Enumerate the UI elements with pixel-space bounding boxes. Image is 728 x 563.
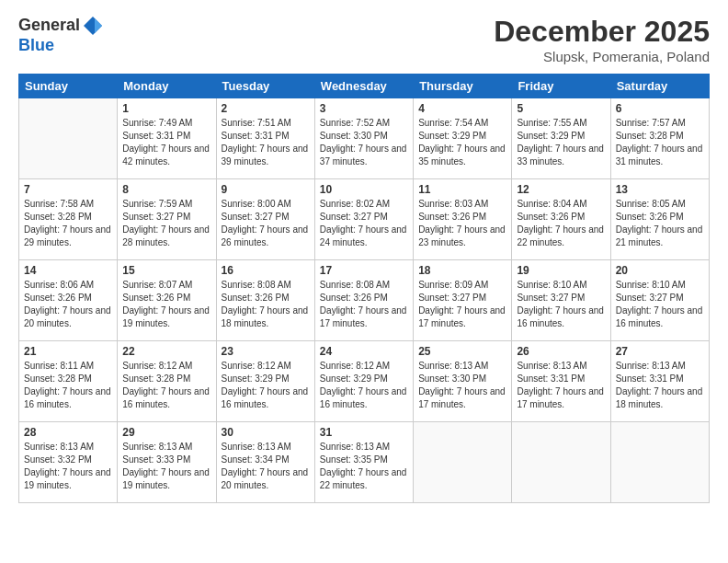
cell-info: Sunrise: 8:00 AMSunset: 3:27 PMDaylight:…: [222, 199, 309, 247]
calendar-table: SundayMondayTuesdayWednesdayThursdayFrid…: [18, 74, 710, 503]
day-number: 17: [320, 264, 408, 277]
cell-info: Sunrise: 8:13 AMSunset: 3:31 PMDaylight:…: [517, 361, 604, 409]
day-number: 15: [122, 264, 210, 277]
day-number: 13: [616, 183, 704, 196]
cell-info: Sunrise: 8:13 AMSunset: 3:35 PMDaylight:…: [320, 442, 407, 490]
svg-marker-1: [95, 18, 102, 33]
calendar-cell: 12Sunrise: 8:04 AMSunset: 3:26 PMDayligh…: [512, 179, 610, 260]
day-number: 31: [320, 426, 408, 439]
day-number: 5: [517, 102, 605, 115]
day-header-friday: Friday: [512, 75, 610, 98]
month-title: December 2025: [494, 15, 710, 49]
cell-info: Sunrise: 8:08 AMSunset: 3:26 PMDaylight:…: [320, 280, 407, 328]
calendar-cell: 14Sunrise: 8:06 AMSunset: 3:26 PMDayligh…: [19, 260, 118, 341]
cell-info: Sunrise: 8:03 AMSunset: 3:26 PMDaylight:…: [418, 199, 506, 247]
calendar-cell: [512, 422, 610, 503]
cell-info: Sunrise: 8:10 AMSunset: 3:27 PMDaylight:…: [616, 280, 703, 328]
calendar-week-5: 28Sunrise: 8:13 AMSunset: 3:32 PMDayligh…: [19, 422, 710, 503]
cell-info: Sunrise: 8:13 AMSunset: 3:32 PMDaylight:…: [24, 442, 111, 490]
calendar-cell: [414, 422, 512, 503]
calendar-cell: 11Sunrise: 8:03 AMSunset: 3:26 PMDayligh…: [414, 179, 512, 260]
cell-info: Sunrise: 7:57 AMSunset: 3:28 PMDaylight:…: [616, 118, 703, 167]
cell-info: Sunrise: 8:08 AMSunset: 3:26 PMDaylight:…: [222, 280, 309, 328]
calendar-cell: 6Sunrise: 7:57 AMSunset: 3:28 PMDaylight…: [610, 98, 709, 179]
cell-info: Sunrise: 8:05 AMSunset: 3:26 PMDaylight:…: [616, 199, 703, 247]
calendar-cell: 3Sunrise: 7:52 AMSunset: 3:30 PMDaylight…: [314, 98, 413, 179]
cell-info: Sunrise: 7:51 AMSunset: 3:31 PMDaylight:…: [222, 118, 309, 167]
day-number: 25: [418, 345, 506, 358]
calendar-cell: 26Sunrise: 8:13 AMSunset: 3:31 PMDayligh…: [512, 341, 610, 422]
calendar-cell: 19Sunrise: 8:10 AMSunset: 3:27 PMDayligh…: [512, 260, 610, 341]
cell-info: Sunrise: 7:55 AMSunset: 3:29 PMDaylight:…: [517, 118, 604, 167]
calendar-cell: 2Sunrise: 7:51 AMSunset: 3:31 PMDaylight…: [216, 98, 314, 179]
page-container: General Blue December 2025 Slupsk, Pomer…: [0, 0, 728, 563]
calendar-cell: 8Sunrise: 7:59 AMSunset: 3:27 PMDaylight…: [118, 179, 216, 260]
calendar-cell: 13Sunrise: 8:05 AMSunset: 3:26 PMDayligh…: [610, 179, 709, 260]
day-number: 9: [222, 183, 310, 196]
day-number: 18: [418, 264, 506, 277]
day-number: 6: [616, 102, 704, 115]
cell-info: Sunrise: 8:13 AMSunset: 3:30 PMDaylight:…: [418, 361, 506, 409]
calendar-cell: 9Sunrise: 8:00 AMSunset: 3:27 PMDaylight…: [216, 179, 314, 260]
calendar-cell: 1Sunrise: 7:49 AMSunset: 3:31 PMDaylight…: [118, 98, 216, 179]
calendar-cell: 7Sunrise: 7:58 AMSunset: 3:28 PMDaylight…: [19, 179, 118, 260]
calendar-cell: 30Sunrise: 8:13 AMSunset: 3:34 PMDayligh…: [216, 422, 314, 503]
calendar-cell: 18Sunrise: 8:09 AMSunset: 3:27 PMDayligh…: [414, 260, 512, 341]
logo-icon: [82, 15, 104, 37]
cell-info: Sunrise: 8:02 AMSunset: 3:27 PMDaylight:…: [320, 199, 407, 247]
calendar-cell: 5Sunrise: 7:55 AMSunset: 3:29 PMDaylight…: [512, 98, 610, 179]
cell-info: Sunrise: 8:06 AMSunset: 3:26 PMDaylight:…: [24, 280, 111, 328]
day-number: 27: [616, 345, 704, 358]
calendar-cell: 25Sunrise: 8:13 AMSunset: 3:30 PMDayligh…: [414, 341, 512, 422]
calendar-week-3: 14Sunrise: 8:06 AMSunset: 3:26 PMDayligh…: [19, 260, 710, 341]
logo-general-text: General: [18, 17, 80, 35]
cell-info: Sunrise: 8:12 AMSunset: 3:29 PMDaylight:…: [320, 361, 407, 409]
calendar-cell: [610, 422, 709, 503]
cell-info: Sunrise: 7:52 AMSunset: 3:30 PMDaylight:…: [320, 118, 407, 167]
day-number: 8: [122, 183, 210, 196]
day-number: 1: [122, 102, 210, 115]
day-header-sunday: Sunday: [19, 75, 118, 98]
calendar-cell: 10Sunrise: 8:02 AMSunset: 3:27 PMDayligh…: [314, 179, 413, 260]
day-number: 26: [517, 345, 605, 358]
calendar-cell: 20Sunrise: 8:10 AMSunset: 3:27 PMDayligh…: [610, 260, 709, 341]
location: Slupsk, Pomerania, Poland: [494, 49, 710, 64]
calendar-cell: 27Sunrise: 8:13 AMSunset: 3:31 PMDayligh…: [610, 341, 709, 422]
cell-info: Sunrise: 8:12 AMSunset: 3:28 PMDaylight:…: [122, 361, 210, 409]
cell-info: Sunrise: 7:54 AMSunset: 3:29 PMDaylight:…: [418, 118, 506, 167]
header: General Blue December 2025 Slupsk, Pomer…: [18, 15, 710, 64]
logo: General Blue: [18, 15, 104, 55]
cell-info: Sunrise: 8:07 AMSunset: 3:26 PMDaylight:…: [122, 280, 210, 328]
calendar-cell: 24Sunrise: 8:12 AMSunset: 3:29 PMDayligh…: [314, 341, 413, 422]
calendar-week-1: 1Sunrise: 7:49 AMSunset: 3:31 PMDaylight…: [19, 98, 710, 179]
calendar-week-2: 7Sunrise: 7:58 AMSunset: 3:28 PMDaylight…: [19, 179, 710, 260]
day-number: 30: [222, 426, 310, 439]
day-number: 16: [222, 264, 310, 277]
calendar-cell: 21Sunrise: 8:11 AMSunset: 3:28 PMDayligh…: [19, 341, 118, 422]
title-section: December 2025 Slupsk, Pomerania, Poland: [494, 15, 710, 64]
day-number: 28: [24, 426, 112, 439]
day-number: 22: [122, 345, 210, 358]
day-header-monday: Monday: [118, 75, 216, 98]
cell-info: Sunrise: 7:58 AMSunset: 3:28 PMDaylight:…: [24, 199, 111, 247]
calendar-cell: 29Sunrise: 8:13 AMSunset: 3:33 PMDayligh…: [118, 422, 216, 503]
cell-info: Sunrise: 8:11 AMSunset: 3:28 PMDaylight:…: [24, 361, 111, 409]
day-number: 4: [418, 102, 506, 115]
cell-info: Sunrise: 8:13 AMSunset: 3:33 PMDaylight:…: [122, 442, 210, 490]
day-number: 10: [320, 183, 408, 196]
cell-info: Sunrise: 8:04 AMSunset: 3:26 PMDaylight:…: [517, 199, 604, 247]
calendar-cell: 22Sunrise: 8:12 AMSunset: 3:28 PMDayligh…: [118, 341, 216, 422]
calendar-week-4: 21Sunrise: 8:11 AMSunset: 3:28 PMDayligh…: [19, 341, 710, 422]
calendar-cell: 4Sunrise: 7:54 AMSunset: 3:29 PMDaylight…: [414, 98, 512, 179]
day-number: 20: [616, 264, 704, 277]
cell-info: Sunrise: 8:10 AMSunset: 3:27 PMDaylight:…: [517, 280, 604, 328]
day-number: 12: [517, 183, 605, 196]
day-number: 24: [320, 345, 408, 358]
cell-info: Sunrise: 8:13 AMSunset: 3:34 PMDaylight:…: [222, 442, 309, 490]
calendar-cell: 16Sunrise: 8:08 AMSunset: 3:26 PMDayligh…: [216, 260, 314, 341]
day-header-saturday: Saturday: [610, 75, 709, 98]
day-number: 19: [517, 264, 605, 277]
cell-info: Sunrise: 8:13 AMSunset: 3:31 PMDaylight:…: [616, 361, 703, 409]
day-number: 3: [320, 102, 408, 115]
calendar-cell: [19, 98, 118, 179]
